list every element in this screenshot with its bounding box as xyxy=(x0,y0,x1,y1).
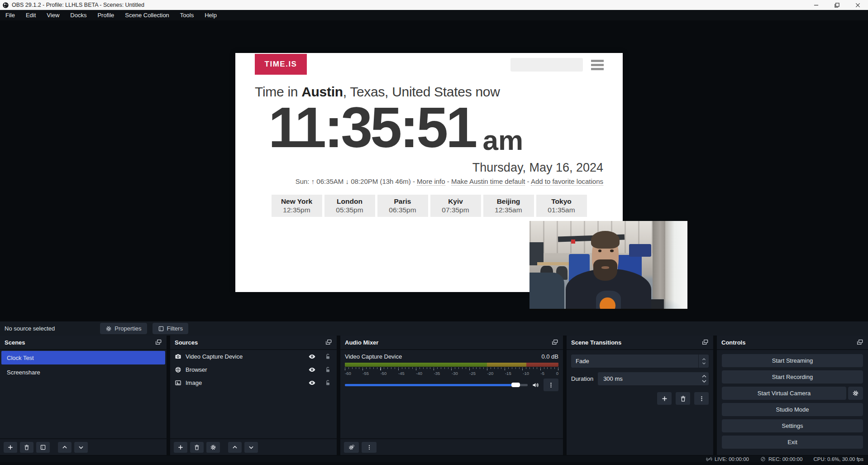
add-source-button[interactable] xyxy=(174,442,187,453)
menu-scene-collection[interactable]: Scene Collection xyxy=(119,10,175,20)
add-scene-button[interactable] xyxy=(4,442,17,453)
lock-icon[interactable] xyxy=(324,379,331,386)
lock-icon[interactable] xyxy=(324,353,331,360)
chevron-up-icon xyxy=(232,444,238,451)
chevron-down-icon xyxy=(702,362,706,365)
hamburger-menu-icon[interactable] xyxy=(591,60,604,70)
popout-icon[interactable] xyxy=(325,339,332,346)
obs-logo-icon xyxy=(2,2,9,9)
restore-button[interactable] xyxy=(826,0,847,10)
transitions-title: Scene Transitions xyxy=(571,339,621,346)
sources-title: Sources xyxy=(175,339,198,346)
scene-down-button[interactable] xyxy=(74,442,88,453)
popout-icon[interactable] xyxy=(701,339,709,346)
obs-window: OBS 29.1.2 - Profile: LLHLS BETA - Scene… xyxy=(0,0,868,465)
scene-item-clock-test[interactable]: Clock Test xyxy=(1,351,165,364)
chevron-up-icon xyxy=(62,444,68,451)
source-item-image[interactable]: Image xyxy=(170,376,337,389)
mixer-channel-menu-button[interactable] xyxy=(544,379,558,391)
popout-icon[interactable] xyxy=(856,339,863,346)
city-new-york[interactable]: New York12:35pm xyxy=(272,195,322,217)
visibility-icon[interactable] xyxy=(308,366,316,374)
studio-mode-button[interactable]: Studio Mode xyxy=(722,403,863,416)
popout-icon[interactable] xyxy=(551,339,558,346)
source-item-video-capture[interactable]: Video Capture Device xyxy=(170,350,337,363)
menu-docks[interactable]: Docks xyxy=(65,10,92,20)
settings-button[interactable]: Settings xyxy=(722,419,863,432)
plus-icon xyxy=(7,444,14,451)
image-icon xyxy=(175,379,181,386)
volume-slider[interactable] xyxy=(345,384,528,386)
start-virtual-camera-button[interactable]: Start Virtual Camera xyxy=(722,387,846,400)
transition-select-stepper[interactable] xyxy=(698,355,709,368)
volume-slider-handle[interactable] xyxy=(511,383,520,387)
record-off-icon xyxy=(760,456,766,462)
sun-times: Sun: ↑ 06:35AM ↓ 08:20PM (13h 46m) - xyxy=(296,177,417,185)
scenes-dock: Scenes Clock Test Screenshare xyxy=(0,336,167,455)
remove-transition-button[interactable] xyxy=(676,392,690,405)
city-tokyo[interactable]: Tokyo01:35am xyxy=(536,195,587,217)
scene-transitions-dock: Scene Transitions Fade Duration 300 ms xyxy=(567,336,713,455)
plus-icon xyxy=(177,444,184,451)
exit-button[interactable]: Exit xyxy=(722,436,863,449)
source-properties-button[interactable] xyxy=(206,442,220,453)
speaker-icon[interactable] xyxy=(532,381,539,389)
scene-item-screenshare[interactable]: Screenshare xyxy=(1,365,165,379)
virtual-camera-settings-button[interactable] xyxy=(848,387,863,400)
cpu-status: CPU: 0.6%, 30.00 fps xyxy=(813,456,863,462)
gear-icon xyxy=(852,390,859,397)
source-toolbar: No source selected Properties Filters xyxy=(0,321,868,336)
duration-input[interactable]: 300 ms xyxy=(598,372,709,385)
program-canvas[interactable]: TIME.IS Time in Austin, Texas, United St… xyxy=(181,25,687,310)
lock-icon[interactable] xyxy=(324,366,331,373)
advanced-audio-button[interactable] xyxy=(344,442,359,453)
remove-scene-button[interactable] xyxy=(20,442,33,453)
minimize-button[interactable] xyxy=(806,0,826,10)
mixer-menu-button[interactable] xyxy=(362,442,377,453)
city-beijing[interactable]: Beijing12:35am xyxy=(483,195,534,217)
filters-button[interactable]: Filters xyxy=(153,323,188,334)
start-recording-button[interactable]: Start Recording xyxy=(722,370,863,384)
scene-up-button[interactable] xyxy=(58,442,72,453)
menu-profile[interactable]: Profile xyxy=(92,10,119,20)
menu-help[interactable]: Help xyxy=(199,10,222,20)
duration-label: Duration xyxy=(571,375,593,382)
menu-edit[interactable]: Edit xyxy=(20,10,41,20)
city-london[interactable]: London05:35pm xyxy=(324,195,375,217)
meter-tick-labels: -60-55-50-45-40-35-30-25-20-15-10-50 xyxy=(345,371,558,376)
popout-icon[interactable] xyxy=(155,339,162,346)
properties-button[interactable]: Properties xyxy=(100,323,147,334)
date-line: Thursday, May 16, 2024 xyxy=(255,161,603,175)
add-transition-button[interactable] xyxy=(657,392,672,405)
duration-stepper[interactable] xyxy=(701,374,707,383)
start-streaming-button[interactable]: Start Streaming xyxy=(722,354,863,367)
visibility-icon[interactable] xyxy=(308,379,316,387)
city-kyiv[interactable]: Kyiv07:35pm xyxy=(430,195,481,217)
sun-line: Sun: ↑ 06:35AM ↓ 08:20PM (13h 46m) - Mor… xyxy=(255,177,603,185)
source-down-button[interactable] xyxy=(244,442,258,453)
source-up-button[interactable] xyxy=(228,442,242,453)
menu-view[interactable]: View xyxy=(41,10,65,20)
remove-source-button[interactable] xyxy=(190,442,204,453)
timeis-logo: TIME.IS xyxy=(255,54,307,75)
add-favorite-link[interactable]: Add to favorite locations xyxy=(531,177,603,186)
menu-file[interactable]: File xyxy=(0,10,20,20)
controls-title: Controls xyxy=(721,339,745,346)
filters-icon xyxy=(40,444,46,451)
webcam-overlay[interactable] xyxy=(529,221,687,310)
transition-menu-button[interactable] xyxy=(694,392,709,405)
close-button[interactable] xyxy=(847,0,868,10)
audio-mixer-dock: Audio Mixer Video Capture Device 0.0 dB … xyxy=(340,336,563,455)
city-paris[interactable]: Paris06:35pm xyxy=(377,195,428,217)
scene-filters-button[interactable] xyxy=(36,442,50,453)
kebab-menu-icon xyxy=(548,382,554,388)
make-default-link[interactable]: Make Austin time default xyxy=(451,177,525,186)
source-item-browser[interactable]: Browser xyxy=(170,363,337,376)
more-info-link[interactable]: More info xyxy=(417,177,445,186)
search-box[interactable] xyxy=(510,58,583,72)
clock-ampm: am xyxy=(482,129,523,151)
menu-tools[interactable]: Tools xyxy=(175,10,199,20)
search-input[interactable] xyxy=(514,58,596,72)
transition-select[interactable]: Fade xyxy=(571,355,709,368)
visibility-icon[interactable] xyxy=(308,353,316,360)
